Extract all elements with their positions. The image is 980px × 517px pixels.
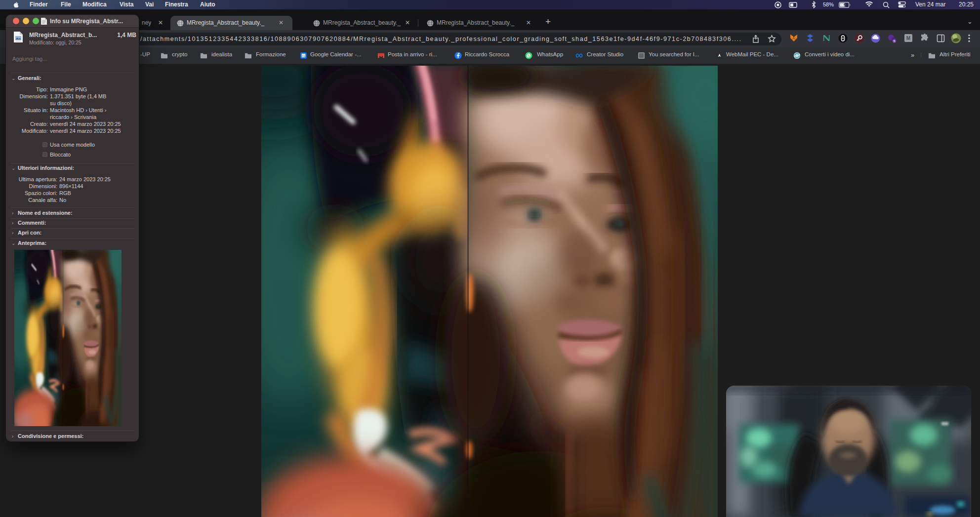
svg-text:M: M bbox=[906, 36, 910, 41]
svg-text:31: 31 bbox=[302, 54, 305, 57]
svg-text:5: 5 bbox=[894, 40, 895, 42]
